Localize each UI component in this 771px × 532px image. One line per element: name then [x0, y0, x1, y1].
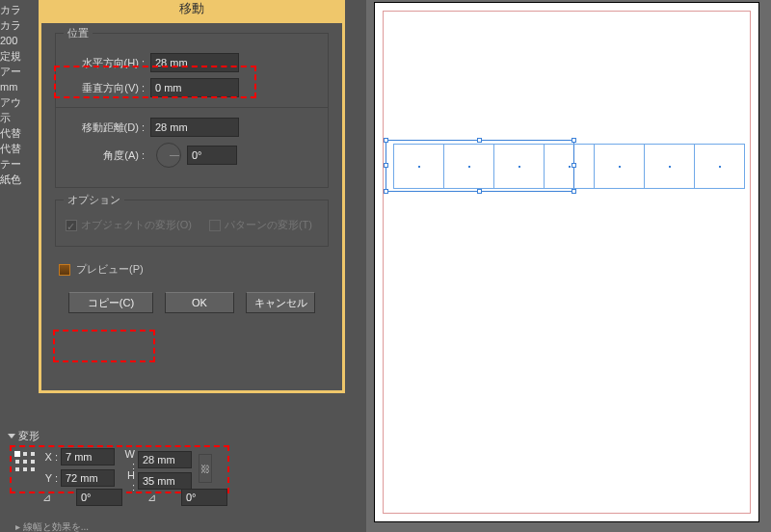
cell[interactable]	[594, 144, 645, 189]
artboard	[374, 2, 759, 522]
highlight-transform	[10, 445, 229, 493]
transform-objects-checkbox: ✓	[66, 220, 77, 231]
options-group: オプション ✓ オブジェクトの変形(O) パターンの変形(T)	[55, 200, 329, 247]
reference-point-picker[interactable]	[15, 452, 37, 473]
angle-dial[interactable]	[156, 143, 181, 168]
angle-label: 角度(A) :	[66, 148, 145, 163]
left-panel-labels: カラカラ200定規アーmmアウ示代替代替テー紙色	[0, 0, 29, 187]
move-dialog: 移動 位置 水平方向(H) : 垂直方向(V) : 移動距離(D) : 角度(A…	[39, 0, 345, 393]
cell[interactable]	[644, 144, 695, 189]
cell[interactable]	[393, 144, 444, 189]
horizontal-label: 水平方向(H) :	[66, 56, 145, 70]
copy-button[interactable]: コピー(C)	[68, 292, 153, 313]
dialog-title: 移動	[39, 0, 345, 23]
x-input[interactable]	[61, 448, 115, 466]
angle-input[interactable]	[187, 146, 237, 165]
cell[interactable]	[493, 144, 545, 189]
cell[interactable]	[544, 144, 595, 189]
preview-label: プレビュー(P)	[76, 262, 144, 277]
triangle-icon	[8, 434, 15, 439]
cell[interactable]	[443, 144, 494, 189]
preview-checkbox[interactable]	[59, 264, 70, 276]
canvas-area[interactable]	[366, 0, 771, 532]
shear-input[interactable]	[181, 489, 227, 506]
page-margin	[383, 11, 751, 514]
vertical-input[interactable]	[150, 78, 239, 97]
rotate-icon: ⊿	[42, 492, 51, 504]
transform-tab[interactable]: 変形	[8, 429, 40, 443]
y-input[interactable]	[61, 469, 115, 487]
distance-label: 移動距離(D) :	[66, 120, 145, 135]
ok-button[interactable]: OK	[165, 292, 234, 313]
cancel-button[interactable]: キャンセル	[246, 292, 315, 313]
position-group: 位置 水平方向(H) : 垂直方向(V) : 移動距離(D) : 角度(A) :	[55, 33, 329, 188]
link-icon[interactable]: ⛓	[199, 454, 212, 483]
w-input[interactable]	[138, 451, 192, 468]
grid-cells[interactable]	[393, 144, 745, 189]
rotate-input[interactable]	[76, 489, 122, 506]
h-input[interactable]	[138, 472, 192, 490]
vertical-label: 垂直方向(V) :	[66, 81, 145, 95]
cell[interactable]	[694, 144, 745, 189]
transform-patterns-checkbox	[209, 220, 221, 231]
shear-icon: ⊿	[147, 492, 156, 504]
distance-input[interactable]	[150, 118, 239, 137]
horizontal-input[interactable]	[150, 53, 239, 72]
panel-foot: ▸ 線幅と効果を...	[15, 520, 89, 532]
